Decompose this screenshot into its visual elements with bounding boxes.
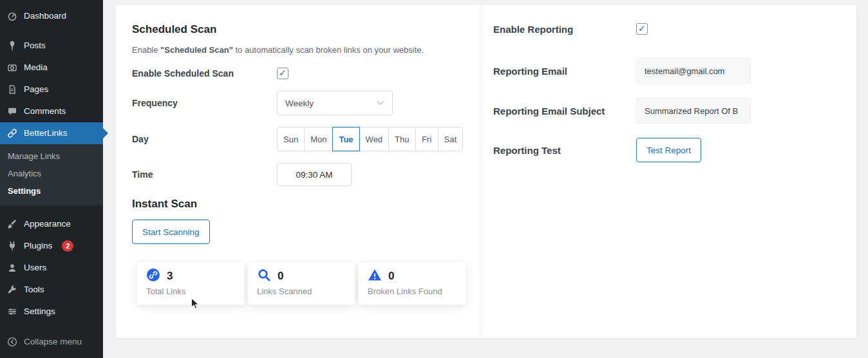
reporting-settings-column: Enable Reporting Reporting Email Reporti… xyxy=(480,5,856,338)
description-highlight: "Scheduled Scan" xyxy=(160,45,233,55)
sidebar-item-label: Plugins xyxy=(24,240,52,252)
link-icon xyxy=(146,268,160,285)
enable-reporting-row: Enable Reporting xyxy=(493,23,856,35)
sidebar-item-media[interactable]: Media xyxy=(0,57,103,79)
stat-value: 0 xyxy=(278,270,283,283)
submenu-item-analytics[interactable]: Analytics xyxy=(0,165,103,182)
collapse-arrow-icon xyxy=(6,336,18,348)
stat-card-links-scanned: 0 Links Scanned xyxy=(248,262,355,305)
sidebar-item-users[interactable]: Users xyxy=(0,257,103,279)
reporting-subject-label: Reporting Email Subject xyxy=(493,106,636,117)
day-option-fri[interactable]: Fri xyxy=(415,127,439,151)
sidebar-item-appearance[interactable]: Appearance xyxy=(0,213,103,235)
betterlinks-icon xyxy=(6,127,18,139)
sidebar-item-posts[interactable]: Posts xyxy=(0,35,103,57)
instant-scan-title: Instant Scan xyxy=(132,198,480,211)
frequency-selected-value: Weekly xyxy=(285,99,314,108)
frequency-row: Frequency Weekly xyxy=(132,91,480,115)
reporting-test-row: Reporting Test Test Report xyxy=(493,138,856,162)
test-report-button[interactable]: Test Report xyxy=(636,138,701,162)
day-option-tue[interactable]: Tue xyxy=(332,127,359,151)
sidebar-item-plugins[interactable]: Plugins 2 xyxy=(0,235,103,257)
enable-reporting-checkbox[interactable] xyxy=(636,23,648,35)
sidebar-item-label: Comments xyxy=(24,106,66,117)
sidebar-item-label: BetterLinks xyxy=(24,127,68,139)
sidebar-item-label: Settings xyxy=(24,306,55,317)
reporting-subject-row: Reporting Email Subject xyxy=(493,98,856,124)
time-row: Time 09:30 AM xyxy=(132,163,480,186)
plugins-icon xyxy=(6,240,18,252)
stat-card-total-links: 3 Total Links xyxy=(137,262,244,305)
stat-label: Links Scanned xyxy=(257,287,346,296)
stat-value: 0 xyxy=(388,270,394,283)
sidebar-item-label: Collapse menu xyxy=(24,336,82,348)
chevron-down-icon xyxy=(377,100,384,106)
sidebar-item-label: Posts xyxy=(24,40,46,52)
description-text: to automatically scan broken links on yo… xyxy=(233,45,424,55)
search-icon xyxy=(257,268,271,285)
reporting-email-label: Reporting Email xyxy=(493,66,636,77)
settings-icon xyxy=(6,306,18,317)
comments-icon xyxy=(6,106,18,117)
sidebar-item-settings[interactable]: Settings xyxy=(0,301,103,323)
sidebar-item-label: Media xyxy=(24,62,48,73)
submenu-item-manage-links[interactable]: Manage Links xyxy=(0,147,103,165)
enable-scheduled-scan-checkbox[interactable] xyxy=(277,68,288,79)
sidebar-item-pages[interactable]: Pages xyxy=(0,79,103,100)
day-selector: Sun Mon Tue Wed Thu Fri Sat xyxy=(277,127,480,151)
reporting-test-label: Reporting Test xyxy=(493,145,636,156)
admin-sidebar: Dashboard Posts Media Pages Comments xyxy=(0,0,103,358)
plugins-update-badge: 2 xyxy=(62,240,73,252)
tools-icon xyxy=(6,284,18,296)
enable-reporting-label: Enable Reporting xyxy=(493,24,636,35)
dashboard-icon xyxy=(6,10,18,22)
reporting-email-row: Reporting Email xyxy=(493,58,856,84)
screen: Dashboard Posts Media Pages Comments xyxy=(0,0,868,358)
users-icon xyxy=(6,262,18,274)
reporting-subject-input[interactable] xyxy=(636,98,751,124)
pages-icon xyxy=(6,84,18,95)
warning-icon xyxy=(368,268,382,285)
frequency-label: Frequency xyxy=(132,98,277,108)
time-input[interactable]: 09:30 AM xyxy=(277,163,352,186)
scheduled-scan-description: Enable "Scheduled Scan" to automatically… xyxy=(132,45,480,55)
sidebar-item-label: Dashboard xyxy=(24,10,66,22)
day-row: Day Sun Mon Tue Wed Thu Fri Sat xyxy=(132,127,480,151)
day-label: Day xyxy=(132,134,277,144)
betterlinks-submenu: Manage Links Analytics Settings xyxy=(0,144,103,205)
description-text: Enable xyxy=(132,45,160,55)
start-scanning-button[interactable]: Start Scanning xyxy=(132,220,210,244)
scheduled-scan-title: Scheduled Scan xyxy=(132,23,480,36)
sidebar-item-dashboard[interactable]: Dashboard xyxy=(0,5,103,27)
posts-icon xyxy=(6,40,18,52)
sidebar-item-tools[interactable]: Tools xyxy=(0,279,103,301)
settings-card: Scheduled Scan Enable "Scheduled Scan" t… xyxy=(116,5,856,338)
collapse-menu-button[interactable]: Collapse menu xyxy=(0,331,103,353)
scan-stats: 3 Total Links 0 Links Scanned xyxy=(137,262,480,305)
appearance-icon xyxy=(6,218,18,230)
sidebar-item-label: Tools xyxy=(24,284,44,296)
enable-scheduled-scan-label: Enable Scheduled Scan xyxy=(132,68,277,79)
stat-label: Total Links xyxy=(146,287,235,296)
day-option-sat[interactable]: Sat xyxy=(438,127,464,151)
sidebar-item-label: Pages xyxy=(24,84,48,95)
stat-label: Broken Links Found xyxy=(368,287,457,296)
day-option-mon[interactable]: Mon xyxy=(304,127,333,151)
enable-scheduled-scan-row: Enable Scheduled Scan xyxy=(132,68,480,79)
media-icon xyxy=(6,62,18,73)
frequency-select[interactable]: Weekly xyxy=(277,91,393,115)
day-option-sun[interactable]: Sun xyxy=(277,127,305,151)
stat-card-broken-links: 0 Broken Links Found xyxy=(359,262,466,305)
sidebar-item-comments[interactable]: Comments xyxy=(0,100,103,122)
admin-content: Scheduled Scan Enable "Scheduled Scan" t… xyxy=(103,0,868,358)
sidebar-item-label: Users xyxy=(24,262,46,274)
day-option-wed[interactable]: Wed xyxy=(359,127,390,151)
submenu-item-settings[interactable]: Settings xyxy=(0,182,103,200)
scan-settings-column: Scheduled Scan Enable "Scheduled Scan" t… xyxy=(116,5,480,338)
stat-value: 3 xyxy=(167,270,173,283)
sidebar-item-betterlinks[interactable]: BetterLinks xyxy=(0,122,103,144)
day-option-thu[interactable]: Thu xyxy=(388,127,415,151)
sidebar-item-label: Appearance xyxy=(24,218,71,230)
reporting-email-input[interactable] xyxy=(636,58,751,84)
time-label: Time xyxy=(132,169,277,180)
